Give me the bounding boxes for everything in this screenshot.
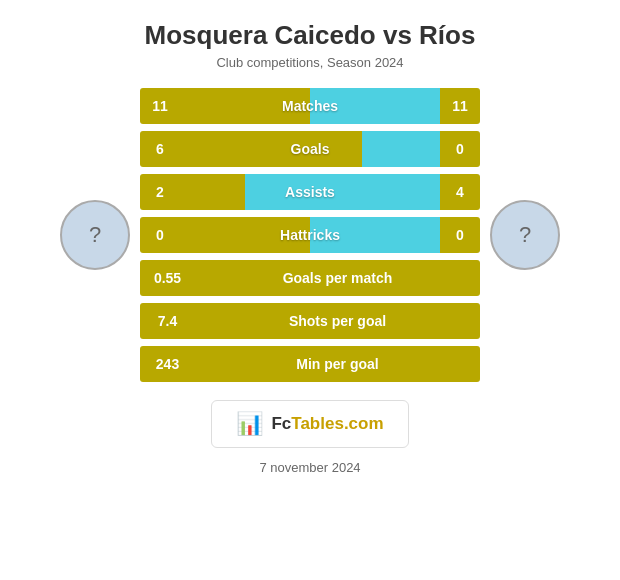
left-avatar: ? bbox=[50, 200, 140, 270]
logo-area: 📊 FcTables.com bbox=[211, 400, 408, 448]
goals-left-val: 6 bbox=[140, 131, 180, 167]
assists-fill-right bbox=[336, 174, 440, 210]
min-per-goal-row: 243 Min per goal bbox=[140, 346, 480, 382]
right-avatar: ? bbox=[480, 200, 570, 270]
goals-fill-right bbox=[427, 131, 440, 167]
min-per-goal-label: Min per goal bbox=[195, 346, 480, 382]
hattricks-bar: Hattricks bbox=[180, 217, 440, 253]
matches-row: 11 Matches 11 bbox=[140, 88, 480, 124]
assists-right-val: 4 bbox=[440, 174, 480, 210]
subtitle: Club competitions, Season 2024 bbox=[216, 55, 403, 70]
hattricks-left-val: 0 bbox=[140, 217, 180, 253]
goals-bar: Goals bbox=[180, 131, 440, 167]
assists-bar: Assists bbox=[180, 174, 440, 210]
goals-label: Goals bbox=[291, 141, 330, 157]
goals-per-match-row: 0.55 Goals per match bbox=[140, 260, 480, 296]
goals-per-match-label: Goals per match bbox=[195, 260, 480, 296]
matches-right-val: 11 bbox=[440, 88, 480, 124]
hattricks-row: 0 Hattricks 0 bbox=[140, 217, 480, 253]
right-player-image: ? bbox=[490, 200, 560, 270]
goals-right-val: 0 bbox=[440, 131, 480, 167]
min-per-goal-val: 243 bbox=[140, 346, 195, 382]
shots-per-goal-label: Shots per goal bbox=[195, 303, 480, 339]
left-player-image: ? bbox=[60, 200, 130, 270]
logo-text: FcTables.com bbox=[271, 414, 383, 434]
hattricks-right-val: 0 bbox=[440, 217, 480, 253]
question-icon-right: ? bbox=[519, 222, 531, 248]
logo-chart-icon: 📊 bbox=[236, 411, 263, 437]
date-text: 7 november 2024 bbox=[259, 460, 360, 475]
assists-row: 2 Assists 4 bbox=[140, 174, 480, 210]
matches-label: Matches bbox=[282, 98, 338, 114]
hattricks-label: Hattricks bbox=[280, 227, 340, 243]
stats-column: 11 Matches 11 6 Goals 0 bbox=[140, 88, 480, 382]
page-title: Mosquera Caicedo vs Ríos bbox=[145, 20, 476, 51]
goals-per-match-val: 0.55 bbox=[140, 260, 195, 296]
question-icon: ? bbox=[89, 222, 101, 248]
assists-label: Assists bbox=[285, 184, 335, 200]
main-area: ? 11 Matches 11 6 Goals bbox=[0, 88, 620, 382]
goals-row: 6 Goals 0 bbox=[140, 131, 480, 167]
page-container: Mosquera Caicedo vs Ríos Club competitio… bbox=[0, 0, 620, 580]
shots-per-goal-row: 7.4 Shots per goal bbox=[140, 303, 480, 339]
shots-per-goal-val: 7.4 bbox=[140, 303, 195, 339]
assists-left-val: 2 bbox=[140, 174, 180, 210]
matches-left-val: 11 bbox=[140, 88, 180, 124]
matches-bar: Matches bbox=[180, 88, 440, 124]
goals-fill-left bbox=[180, 131, 362, 167]
assists-fill-left bbox=[180, 174, 245, 210]
